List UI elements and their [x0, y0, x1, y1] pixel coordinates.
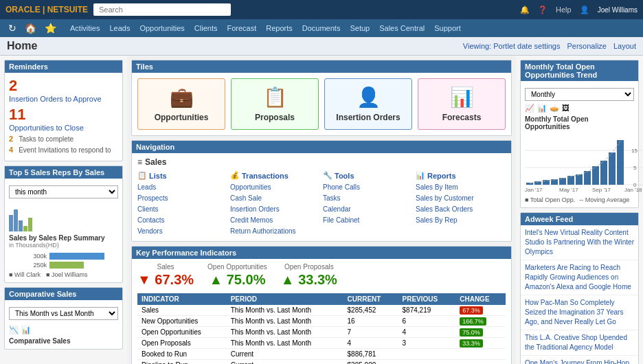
kpi-open-opp: Open Opportunities ▲ 75.0% [207, 263, 267, 288]
personalize-link[interactable]: Personalize [567, 42, 606, 50]
nav-link-return[interactable]: Return Authorizations [230, 226, 320, 237]
page-header: Home Viewing: Portlet date settings Pers… [0, 37, 643, 56]
nav-setup[interactable]: Setup [346, 21, 374, 35]
kpi-up-arrow-2: ▲ [281, 272, 295, 287]
nav-link-leads[interactable]: Leads [137, 182, 227, 193]
trend-pie-icon[interactable]: 🥧 [550, 104, 559, 113]
nav-link-sales-item[interactable]: Sales By Item [416, 182, 506, 193]
nav-leads[interactable]: Leads [105, 21, 134, 35]
tile-opportunities[interactable]: 💼 Opportunities [137, 78, 225, 130]
feed-item-5[interactable]: One Man's Journey From Hip-Hop Journalis… [521, 356, 638, 364]
kpi-chg-3: 75.0% [455, 327, 506, 338]
navigation-body: ≡ Sales 📋 Lists Leads Prospects Clients … [132, 153, 511, 241]
tile-forecasts[interactable]: 📊 Forecasts [418, 78, 506, 130]
nav-link-opp[interactable]: Opportunities [230, 182, 320, 193]
kpi-per-4: This Month vs. Last Month [227, 338, 343, 349]
top5-sparkline [9, 204, 118, 231]
help-icon[interactable]: ❓ [538, 5, 548, 14]
kpi-th-3: PREVIOUS [398, 293, 456, 305]
nav-transactions-title: 💰 Transactions [230, 171, 320, 180]
top5-portlet: Top 5 Sales Reps By Sales this month Sal… [4, 166, 123, 283]
nav-link-phone[interactable]: Phone Calls [323, 182, 413, 193]
nav-link-calendar[interactable]: Calendar [323, 204, 413, 215]
reminder-label-2[interactable]: Opportunities to Close [9, 124, 118, 132]
trend-img-icon[interactable]: 🖼 [562, 104, 569, 113]
kpi-prev-1: $874,219 [398, 305, 456, 316]
search-input[interactable] [93, 3, 231, 16]
comp-period-select[interactable]: This Month vs Last Month [9, 307, 118, 320]
svg-rect-3 [526, 183, 533, 185]
feed-item-4[interactable]: This L.A. Creative Shop Upended the Trad… [521, 330, 638, 356]
nav-forecast[interactable]: Forecast [223, 21, 260, 35]
main-layout: Reminders 2 Insertion Orders to Approve … [0, 56, 643, 364]
nav-link-files[interactable]: File Cabinet [323, 215, 413, 226]
feed-item-2[interactable]: Marketers Are Racing to Reach Rapidly Gr… [521, 260, 638, 295]
nav-documents[interactable]: Documents [298, 21, 345, 35]
reminders-portlet: Reminders 2 Insertion Orders to Approve … [4, 60, 123, 161]
nav-link-sales-rep[interactable]: Sales By Rep [416, 215, 506, 226]
nav-sales-central[interactable]: Sales Central [375, 21, 429, 35]
nav-link-clients[interactable]: Clients [137, 204, 227, 215]
nav-activities[interactable]: Activities [66, 21, 104, 35]
reminder-count-4: 4 [9, 146, 13, 154]
nav-opportunities[interactable]: Opportunities [135, 21, 188, 35]
kpi-up-arrow-1: ▲ [209, 272, 223, 287]
nav-clients[interactable]: Clients [190, 21, 222, 35]
reminder-label-1[interactable]: Insertion Orders to Approve [9, 95, 118, 103]
kpi-prev-2: 6 [398, 316, 456, 327]
nav-link-sales-cust[interactable]: Sales by Customer [416, 193, 506, 204]
nav-link-cashsale[interactable]: Cash Sale [230, 193, 320, 204]
reminder-count-3: 2 [9, 135, 13, 143]
kpi-prev-4: 3 [398, 338, 456, 349]
reminder-label-3[interactable]: Tasks to complete [16, 135, 74, 143]
trend-bar-icon[interactable]: 📊 [537, 104, 547, 113]
kpi-ind-4: Open Proposals [137, 338, 227, 349]
nav-link-vendors[interactable]: Vendors [137, 226, 227, 237]
top5-chart: 300k 250k [9, 253, 118, 269]
nav-reports[interactable]: Reports [262, 21, 297, 35]
kpi-ind-1: Sales [137, 305, 227, 316]
reminder-label-4[interactable]: Event Invitations to respond to [16, 146, 111, 154]
nav-link-sales-back[interactable]: Sales Back Orders [416, 204, 506, 215]
kpi-cur-6: $385,000 [343, 360, 398, 365]
viewing-link[interactable]: Viewing: Portlet date settings [463, 42, 561, 50]
comp-chart-icon-2: 📊 [21, 326, 31, 334]
top5-period-select[interactable]: this month [9, 185, 118, 198]
refresh-icon[interactable]: ↻ [5, 21, 19, 35]
notification-icon[interactable]: 🔔 [520, 5, 530, 14]
tile-proposals[interactable]: 📋 Proposals [231, 78, 319, 130]
star-icon[interactable]: ⭐ [42, 21, 59, 35]
bar-label-1: 300k [9, 253, 47, 260]
nav-list-icon: ≡ [137, 157, 142, 167]
feed-item-3[interactable]: How Pac-Man So Completely Seized the Ima… [521, 295, 638, 330]
comp-subtitle: Comparative Sales [9, 337, 118, 345]
kpi-ind-2: New Opportunities [137, 316, 227, 327]
trend-portlet: Monthly Total Open Opportunities Trend M… [520, 60, 639, 208]
nav-link-io[interactable]: Insertion Orders [230, 204, 320, 215]
nav-link-prospects[interactable]: Prospects [137, 193, 227, 204]
trend-line-icon[interactable]: 📈 [525, 104, 534, 113]
help-label: Help [556, 5, 572, 14]
tile-insertion-orders[interactable]: 👤 Insertion Orders [324, 78, 412, 130]
kpi-cur-4: 4 [343, 338, 398, 349]
nav-support[interactable]: Support [430, 21, 465, 35]
tile-icon-1: 💼 [144, 86, 219, 109]
home-icon[interactable]: 🏠 [22, 21, 39, 35]
kpi-per-6: Current [227, 360, 343, 365]
nav-link-tasks[interactable]: Tasks [323, 193, 413, 204]
right-panel: Monthly Total Open Opportunities Trend M… [516, 56, 643, 364]
kpi-cur-1: $285,452 [343, 305, 398, 316]
layout-link[interactable]: Layout [613, 42, 636, 50]
nav-link-credit[interactable]: Credit Memos [230, 215, 320, 226]
nav-transactions-col: 💰 Transactions Opportunities Cash Sale I… [230, 171, 320, 237]
kpi-prev-6 [398, 360, 456, 365]
user-icon[interactable]: 👤 [580, 5, 589, 14]
trend-chart-title: Monthly Total Open Opportunities [525, 115, 634, 130]
nav-lists-col: 📋 Lists Leads Prospects Clients Contacts… [137, 171, 227, 237]
kpi-chg-5 [455, 349, 506, 360]
logo: ORACLE | NETSUITE [5, 5, 88, 14]
trend-period-select[interactable]: Monthly [525, 88, 634, 101]
nav-link-contacts[interactable]: Contacts [137, 215, 227, 226]
trend-chart-icons: 📈 📊 🥧 🖼 [525, 104, 634, 113]
feed-item-1[interactable]: Intel's New Virtual Reality Content Stud… [521, 225, 638, 260]
